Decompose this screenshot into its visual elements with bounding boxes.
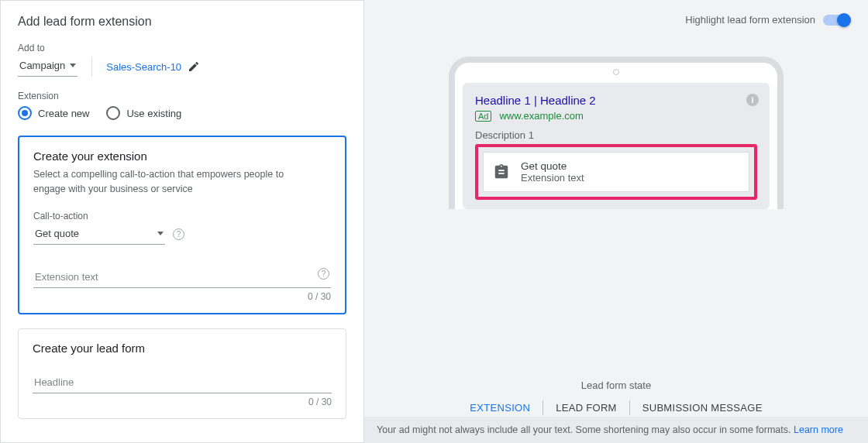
page-title: Add lead form extension bbox=[18, 15, 346, 29]
pencil-icon bbox=[188, 60, 200, 73]
campaign-name-link[interactable]: Sales-Search-10 bbox=[106, 60, 200, 73]
caret-down-icon bbox=[157, 232, 164, 235]
cta-value: Get quote bbox=[35, 228, 79, 239]
add-to-level-select[interactable]: Campaign bbox=[18, 57, 78, 77]
phone-camera-icon bbox=[613, 69, 619, 75]
radio-use-existing-label: Use existing bbox=[126, 108, 181, 119]
help-icon[interactable]: ? bbox=[173, 228, 184, 240]
extension-preview-row: Get quote Extension text bbox=[483, 152, 749, 192]
lead-form-state-label: Lead form state bbox=[364, 379, 868, 391]
ad-badge: Ad bbox=[475, 111, 491, 122]
phone-mock: i Headline 1 | Headline 2 Ad www.example… bbox=[449, 57, 784, 209]
ad-description: Description 1 bbox=[475, 129, 757, 141]
extension-text-input[interactable] bbox=[33, 266, 331, 288]
footnote: Your ad might not always include all you… bbox=[364, 417, 868, 443]
radio-icon bbox=[18, 106, 32, 120]
footnote-text: Your ad might not always include all you… bbox=[377, 424, 791, 435]
extension-label: Extension bbox=[18, 91, 346, 101]
preview-tabs: EXTENSION LEAD FORM SUBMISSION MESSAGE bbox=[364, 399, 868, 417]
extension-cta-text: Get quote bbox=[521, 160, 584, 172]
radio-create-new-label: Create new bbox=[38, 108, 89, 119]
learn-more-link[interactable]: Learn more bbox=[794, 424, 843, 435]
create-extension-card: Create your extension Select a compellin… bbox=[18, 136, 346, 314]
toggle-knob-icon bbox=[837, 13, 851, 27]
tab-submission-message[interactable]: SUBMISSION MESSAGE bbox=[630, 399, 775, 417]
ad-url: www.example.com bbox=[499, 110, 583, 122]
radio-use-existing[interactable]: Use existing bbox=[106, 106, 181, 120]
cta-select[interactable]: Get quote bbox=[33, 225, 165, 245]
info-icon: i bbox=[746, 94, 759, 106]
tab-extension[interactable]: EXTENSION bbox=[457, 399, 542, 417]
extension-highlight: Get quote Extension text bbox=[475, 144, 757, 200]
add-to-label: Add to bbox=[18, 43, 346, 53]
highlight-toggle[interactable] bbox=[823, 15, 849, 26]
radio-create-new[interactable]: Create new bbox=[18, 106, 89, 120]
create-lead-form-title: Create your lead form bbox=[33, 342, 332, 355]
headline-counter: 0 / 30 bbox=[33, 397, 332, 407]
ad-preview-card: i Headline 1 | Headline 2 Ad www.example… bbox=[463, 83, 770, 209]
clipboard-icon bbox=[493, 163, 510, 180]
extension-subtext: Extension text bbox=[521, 172, 584, 184]
headline-input[interactable] bbox=[33, 372, 332, 393]
campaign-name-text: Sales-Search-10 bbox=[106, 61, 181, 73]
divider bbox=[91, 57, 92, 77]
add-to-level-value: Campaign bbox=[19, 60, 65, 71]
extension-text-counter: 0 / 30 bbox=[33, 291, 331, 302]
radio-icon bbox=[106, 106, 120, 120]
form-panel: Add lead form extension Add to Campaign … bbox=[0, 0, 364, 443]
preview-panel: Highlight lead form extension i Headline… bbox=[364, 0, 868, 443]
create-extension-title: Create your extension bbox=[33, 149, 331, 163]
ad-headline: Headline 1 | Headline 2 bbox=[475, 94, 757, 107]
cta-label: Call-to-action bbox=[33, 211, 331, 222]
help-icon[interactable]: ? bbox=[318, 268, 329, 280]
tab-lead-form[interactable]: LEAD FORM bbox=[543, 399, 629, 417]
highlight-toggle-label: Highlight lead form extension bbox=[685, 14, 815, 26]
create-extension-desc: Select a compelling call-to-action that … bbox=[33, 167, 312, 197]
caret-down-icon bbox=[70, 64, 76, 67]
create-lead-form-card: Create your lead form 0 / 30 bbox=[18, 328, 346, 419]
